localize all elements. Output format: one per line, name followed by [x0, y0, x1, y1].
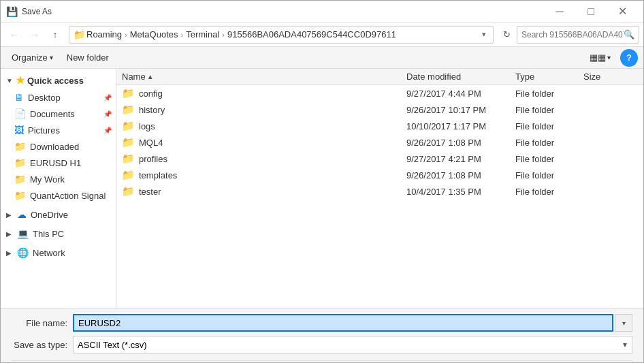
refresh-button[interactable]: ↻ [498, 26, 515, 44]
file-date-mql4: 9/26/2017 1:08 PM [406, 138, 515, 148]
sidebar-item-mywork-label: My Work [30, 174, 65, 185]
address-dropdown-icon[interactable]: ▾ [479, 30, 489, 39]
folder-icon: 📁 [122, 136, 135, 148]
file-type-config: File folder [515, 89, 583, 99]
table-row[interactable]: 📁 profiles 9/27/2017 4:21 PM File folder [116, 151, 643, 167]
file-name-history: 📁 history [122, 104, 406, 116]
folder-icon: 📁 [122, 153, 135, 165]
help-button[interactable]: ? [620, 49, 638, 67]
search-input[interactable] [521, 30, 624, 40]
table-row[interactable]: 📁 config 9/27/2017 4:44 PM File folder [116, 85, 643, 101]
col-name-label: Name [122, 72, 146, 82]
sidebar-item-desktop[interactable]: 🖥 Desktop 📌 [1, 89, 116, 106]
sidebar-item-eurusd-label: EURUSD H1 [30, 158, 81, 168]
filename-row: File name: ▾ [12, 314, 632, 332]
file-date-config: 9/27/2017 4:44 PM [406, 89, 515, 99]
chevron-right-icon-3: ▶ [6, 249, 12, 257]
new-folder-button[interactable]: New folder [61, 49, 114, 67]
view-chevron-icon: ▾ [607, 54, 611, 61]
search-box[interactable]: 🔍 [517, 26, 639, 44]
file-name-profiles: 📁 profiles [122, 153, 406, 165]
folder-icon: 📁 [122, 120, 135, 132]
file-name-config: 📁 config [122, 87, 406, 99]
file-name-logs: 📁 logs [122, 120, 406, 132]
title-bar: 💾 Save As ─ □ ✕ [1, 1, 643, 22]
sidebar-item-thispc-label: This PC [33, 229, 64, 239]
forward-button[interactable]: → [25, 25, 44, 44]
sidebar-item-pictures-label: Pictures [28, 125, 60, 136]
bottom-bar: File name: ▾ Save as type: ASCII Text (*… [1, 308, 643, 362]
quick-access-label: Quick access [27, 76, 84, 86]
back-button[interactable]: ← [5, 25, 24, 44]
file-area: Name ▲ Date modified Type Size 📁 [116, 69, 643, 308]
col-date-label: Date modified [406, 72, 461, 82]
sidebar-item-onedrive[interactable]: ▶ ☁ OneDrive [1, 206, 116, 223]
col-size-label: Size [583, 72, 600, 82]
save-as-dialog: 💾 Save As ─ □ ✕ ← → ↑ 📁 Roaming › MetaQu… [0, 0, 644, 363]
close-button[interactable]: ✕ [607, 1, 638, 22]
crumb-sep-3: › [222, 31, 225, 39]
col-header-type[interactable]: Type [515, 72, 583, 82]
file-type-history: File folder [515, 105, 583, 115]
address-bar[interactable]: 📁 Roaming › MetaQuotes › Terminal › 9155… [69, 26, 494, 44]
table-row[interactable]: 📁 templates 9/26/2017 1:08 PM File folde… [116, 167, 643, 183]
sidebar-item-onedrive-label: OneDrive [31, 210, 68, 220]
crumb-sep-2: › [181, 31, 184, 39]
col-header-name[interactable]: Name ▲ [122, 72, 406, 82]
chevron-right-icon: ▶ [6, 211, 12, 219]
file-name-mql4: 📁 MQL4 [122, 136, 406, 148]
crumb-metaquotes: MetaQuotes [130, 29, 178, 40]
minimize-button[interactable]: ─ [544, 1, 575, 22]
search-icon: 🔍 [624, 29, 634, 40]
col-type-label: Type [515, 72, 534, 82]
sidebar-item-eurusd[interactable]: 📁 EURUSD H1 [1, 155, 116, 171]
file-type-tester: File folder [515, 187, 583, 197]
col-header-size[interactable]: Size [583, 72, 638, 82]
mywork-folder-icon: 📁 [14, 174, 26, 185]
file-date-profiles: 9/27/2017 4:21 PM [406, 154, 515, 164]
file-type-profiles: File folder [515, 154, 583, 164]
sidebar-item-documents[interactable]: 📄 Documents 📌 [1, 106, 116, 122]
filename-label: File name: [12, 318, 73, 328]
table-row[interactable]: 📁 MQL4 9/26/2017 1:08 PM File folder [116, 134, 643, 151]
filename-input[interactable] [73, 314, 613, 332]
up-button[interactable]: ↑ [46, 25, 65, 44]
documents-icon: 📄 [14, 108, 26, 119]
table-row[interactable]: 📁 tester 10/4/2017 1:35 PM File folder [116, 183, 643, 200]
sidebar-item-network-label: Network [33, 248, 65, 258]
folder-icon: 📁 [122, 185, 135, 198]
sidebar-item-quantaction[interactable]: 📁 QuantAction Signal [1, 187, 116, 204]
file-date-logs: 10/10/2017 1:17 PM [406, 121, 515, 131]
sidebar-item-downloaded[interactable]: 📁 Downloaded [1, 138, 116, 155]
sidebar-header-quickaccess[interactable]: ▼ ★ Quick access [1, 72, 116, 89]
crumb-sep-1: › [125, 31, 127, 39]
filename-dropdown-icon[interactable]: ▾ [615, 314, 632, 332]
window-controls: ─ □ ✕ [544, 1, 638, 22]
sidebar-item-pictures[interactable]: 🖼 Pictures 📌 [1, 122, 116, 138]
saveastype-select[interactable]: ASCII Text (*.csv) [73, 336, 632, 353]
view-button[interactable]: ▦▦ ▾ [585, 49, 615, 67]
organize-label: Organize [12, 52, 48, 63]
sidebar-item-network[interactable]: ▶ 🌐 Network [1, 244, 116, 261]
pin-icon: 📌 [103, 94, 112, 101]
folder-icon: 📁 [122, 87, 135, 99]
organize-chevron-icon: ▾ [50, 54, 53, 61]
table-row[interactable]: 📁 history 9/26/2017 10:17 PM File folder [116, 101, 643, 118]
sidebar-item-mywork[interactable]: 📁 My Work [1, 171, 116, 187]
crumb-terminal: Terminal [186, 29, 219, 40]
maximize-button[interactable]: □ [575, 1, 607, 22]
table-row[interactable]: 📁 logs 10/10/2017 1:17 PM File folder [116, 118, 643, 134]
thispc-icon: 💻 [17, 228, 29, 239]
pin-icon-2: 📌 [103, 110, 112, 118]
network-icon: 🌐 [17, 247, 29, 258]
organize-button[interactable]: Organize ▾ [6, 49, 59, 67]
sidebar-section-network: ▶ 🌐 Network [1, 244, 116, 261]
file-date-history: 9/26/2017 10:17 PM [406, 105, 515, 115]
folder-icon: 📁 [122, 169, 135, 181]
crumb-roaming: Roaming [86, 29, 122, 40]
col-header-date[interactable]: Date modified [406, 72, 515, 82]
sidebar-item-thispc[interactable]: ▶ 💻 This PC [1, 225, 116, 242]
file-type-templates: File folder [515, 170, 583, 180]
crumb-folder-icon: 📁 [74, 29, 85, 40]
sidebar-item-quantaction-label: QuantAction Signal [30, 191, 106, 201]
